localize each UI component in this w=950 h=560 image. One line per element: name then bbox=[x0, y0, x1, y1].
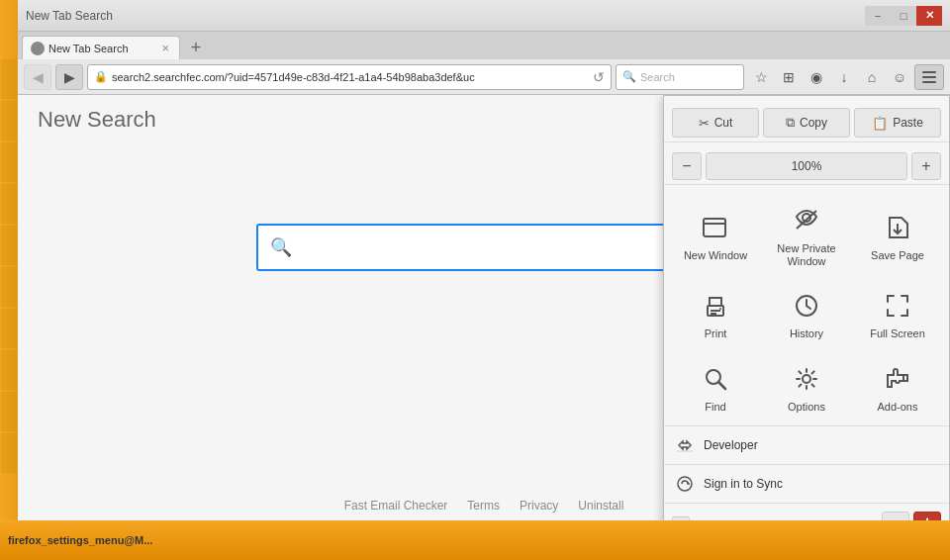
customize-button[interactable]: + Customize bbox=[672, 516, 882, 520]
address-bar[interactable]: 🔒 search2.searchfec.com/?uid=4571d49e-c8… bbox=[87, 64, 612, 90]
new-window-icon bbox=[698, 210, 733, 245]
zoom-in-button[interactable]: + bbox=[911, 152, 941, 180]
sidebar-icon-5[interactable] bbox=[1, 226, 17, 265]
addons-button[interactable]: Add-ons bbox=[854, 353, 941, 421]
address-lock-icon: 🔒 bbox=[94, 70, 108, 83]
taskbar-label: firefox_settings_menu@M... bbox=[8, 534, 152, 546]
sidebar-icon-2[interactable] bbox=[1, 101, 17, 140]
footer-link-terms[interactable]: Terms bbox=[467, 499, 500, 513]
browser-tab[interactable]: New Tab Search × bbox=[22, 36, 180, 59]
footer-link-uninstall[interactable]: Uninstall bbox=[578, 499, 623, 513]
forward-button[interactable]: ▶ bbox=[55, 64, 83, 90]
cut-label: Cut bbox=[714, 116, 733, 130]
help-button[interactable]: ? bbox=[882, 512, 909, 520]
svg-rect-5 bbox=[711, 310, 720, 312]
minimize-button[interactable]: − bbox=[865, 6, 891, 26]
hamburger-line-1 bbox=[922, 71, 936, 73]
hamburger-line-2 bbox=[922, 76, 936, 78]
sign-in-button[interactable]: Sign in to Sync bbox=[664, 469, 949, 499]
restore-button[interactable]: □ bbox=[891, 6, 916, 26]
new-window-label: New Window bbox=[684, 249, 747, 262]
footer-link-privacy[interactable]: Privacy bbox=[520, 499, 558, 513]
hamburger-icon bbox=[922, 71, 936, 83]
search-icon: 🔍 bbox=[622, 70, 636, 83]
back-button[interactable]: ◀ bbox=[24, 64, 51, 90]
firefox-menu: ✂ Cut ⧉ Copy 📋 Paste − 100% + bbox=[663, 95, 950, 520]
sidebar-icon-9[interactable] bbox=[1, 392, 17, 431]
close-button[interactable]: ✕ bbox=[916, 6, 942, 26]
page-content: New Search 🔍 Fast Email Checker Terms Pr… bbox=[18, 95, 950, 520]
paste-button[interactable]: 📋 Paste bbox=[854, 108, 941, 138]
menu-grid: New Window New Private Window bbox=[664, 191, 949, 426]
new-private-window-label: New Private Window bbox=[767, 242, 846, 268]
find-label: Find bbox=[705, 401, 725, 414]
bookmark-star-button[interactable]: ☆ bbox=[748, 64, 774, 90]
reload-button[interactable]: ↺ bbox=[593, 69, 605, 85]
print-label: Print bbox=[705, 327, 727, 340]
private-window-icon bbox=[789, 203, 824, 238]
new-private-window-button[interactable]: New Private Window bbox=[763, 195, 850, 276]
tab-title: New Tab Search bbox=[48, 43, 155, 54]
history-button[interactable]: History bbox=[763, 280, 850, 348]
sidebar-icon-1[interactable] bbox=[1, 59, 17, 99]
sidebar-icon-10[interactable] bbox=[1, 433, 17, 473]
power-button[interactable]: ⏻ bbox=[913, 512, 941, 520]
menu-separator-1 bbox=[664, 464, 949, 465]
sidebar-icon-3[interactable] bbox=[1, 142, 17, 182]
cut-button[interactable]: ✂ Cut bbox=[672, 108, 759, 138]
paste-icon: 📋 bbox=[872, 116, 888, 131]
options-icon bbox=[789, 361, 824, 397]
tab-bar: New Tab Search × + bbox=[18, 32, 950, 59]
hamburger-menu-button[interactable] bbox=[914, 64, 944, 90]
zoom-row: − 100% + bbox=[664, 148, 949, 185]
tab-favicon bbox=[31, 42, 45, 55]
browser-window: New Tab Search − □ ✕ New Tab Search × + … bbox=[18, 0, 950, 520]
zoom-out-button[interactable]: − bbox=[672, 152, 702, 180]
history-label: History bbox=[790, 327, 823, 340]
main-search-input[interactable] bbox=[300, 239, 698, 255]
copy-icon: ⧉ bbox=[786, 115, 795, 131]
add-tab-button[interactable]: + bbox=[184, 36, 208, 59]
copy-button[interactable]: ⧉ Copy bbox=[763, 108, 850, 138]
download-button[interactable]: ↓ bbox=[831, 64, 857, 90]
search-placeholder: Search bbox=[640, 71, 675, 83]
main-search-box[interactable]: 🔍 bbox=[256, 224, 712, 271]
scissors-icon: ✂ bbox=[699, 116, 710, 131]
new-window-button[interactable]: New Window bbox=[672, 195, 759, 276]
developer-icon bbox=[676, 436, 694, 454]
sign-in-label: Sign in to Sync bbox=[704, 477, 783, 491]
print-icon bbox=[698, 288, 733, 324]
options-button[interactable]: Options bbox=[763, 353, 850, 421]
menu-bottom-icons: ? ⏻ bbox=[882, 512, 941, 520]
svg-point-7 bbox=[719, 308, 721, 310]
home-button[interactable]: ⌂ bbox=[859, 64, 885, 90]
svg-point-11 bbox=[803, 375, 810, 383]
sidebar-icon-8[interactable] bbox=[1, 350, 17, 390]
copy-label: Copy bbox=[800, 116, 827, 130]
sync-icon bbox=[676, 475, 694, 493]
window-controls: − □ ✕ bbox=[865, 6, 942, 26]
sidebar-icon-7[interactable] bbox=[1, 309, 17, 348]
bookmark-list-button[interactable]: ⊞ bbox=[776, 64, 802, 90]
print-button[interactable]: Print bbox=[672, 280, 759, 348]
tab-close-button[interactable]: × bbox=[159, 41, 171, 55]
developer-button[interactable]: Developer bbox=[664, 430, 949, 460]
find-button[interactable]: Find bbox=[672, 353, 759, 421]
svg-rect-6 bbox=[711, 313, 716, 315]
left-sidebar bbox=[0, 0, 18, 520]
sidebar-icon-6[interactable] bbox=[1, 267, 17, 307]
avatar-button[interactable]: ☺ bbox=[887, 64, 912, 90]
save-page-button[interactable]: Save Page bbox=[854, 195, 941, 276]
sidebar-icon-4[interactable] bbox=[1, 184, 17, 224]
save-page-label: Save Page bbox=[871, 249, 924, 262]
addons-label: Add-ons bbox=[878, 401, 918, 414]
main-search-icon: 🔍 bbox=[270, 236, 292, 258]
footer-link-fast-email[interactable]: Fast Email Checker bbox=[344, 499, 448, 513]
hamburger-line-3 bbox=[922, 81, 936, 83]
menu-bottom: + Customize ? ⏻ bbox=[664, 508, 949, 520]
full-screen-label: Full Screen bbox=[870, 327, 925, 340]
pocket-button[interactable]: ◉ bbox=[804, 64, 829, 90]
os-taskbar: firefox_settings_menu@M... bbox=[0, 520, 950, 560]
full-screen-button[interactable]: Full Screen bbox=[854, 280, 941, 348]
browser-search-bar[interactable]: 🔍 Search bbox=[616, 64, 744, 90]
